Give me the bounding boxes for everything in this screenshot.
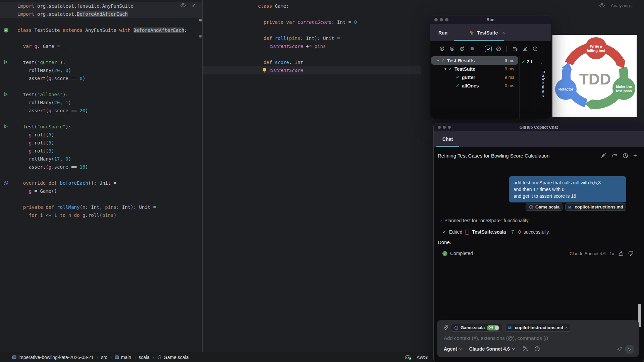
expander-icon[interactable]: ▾ [442, 67, 448, 71]
code-line: assert(g.score == 20) [0, 107, 202, 115]
pane-divider[interactable] [202, 0, 203, 352]
test-name: gutter [462, 75, 475, 80]
scalatest-icon [470, 30, 475, 35]
chat-input-placeholder[interactable]: Add context (#), extensions (@), command… [444, 335, 548, 341]
test-results-tree: ▾✓Test Results9 ms▾✓TestSuite9 ms✓gutter… [430, 56, 520, 119]
chat-window-titlebar[interactable]: GitHub Copilot Chat [434, 123, 644, 131]
close-tab-icon[interactable]: × [502, 30, 505, 36]
remove-chip-icon[interactable]: × [565, 325, 568, 330]
tab-performance[interactable]: Performance [541, 70, 546, 97]
breadcrumb-item[interactable]: scala [139, 355, 150, 360]
code-line: rollMany(17, 0) [0, 155, 202, 163]
response-meta: Claude Sonnet 4.6 · 1x [570, 251, 634, 256]
toolbar-separator [480, 46, 480, 52]
usage-gauge-icon[interactable] [534, 346, 540, 352]
tab-testsuite[interactable]: TestSuite × [470, 30, 505, 36]
code-line: g.roll(5) [0, 131, 202, 139]
move-up-icon[interactable]: ↑ [520, 117, 536, 119]
edited-file-name[interactable]: TestSuite.scala [472, 229, 506, 235]
breadcrumb-item[interactable]: main [115, 355, 131, 360]
send-button[interactable]: ▷ [625, 345, 634, 354]
plan-step-row[interactable]: › Planned test for "oneSpare" functional… [440, 218, 528, 223]
folder-icon [12, 355, 16, 359]
tab-chat[interactable]: Chat [442, 136, 453, 142]
chevron-down-icon [512, 348, 515, 350]
code-line: rollMany(20, 1) [0, 99, 202, 107]
agent-mode-dropdown[interactable]: Agent [444, 346, 457, 352]
copilot-status-icon[interactable] [405, 354, 412, 360]
chip-toggle[interactable]: ON [487, 325, 499, 330]
inspections-widget-left[interactable]: ✓ [180, 3, 196, 8]
test-passed-gutter-icon[interactable] [3, 27, 9, 33]
collapse-icon[interactable]: ‹ [541, 61, 543, 66]
code-line: class Game: [203, 2, 421, 10]
code-line [203, 10, 421, 18]
expander-icon[interactable]: ▾ [435, 58, 441, 63]
tab-run[interactable]: Run [438, 30, 447, 36]
sort-tests-icon[interactable] [512, 46, 518, 52]
editor-game[interactable]: class Game: private var currentScore: In… [203, 0, 421, 352]
model-dropdown[interactable]: Claude Sonnet 4.6 [469, 346, 510, 352]
thumbs-up-icon[interactable] [618, 251, 624, 256]
breadcrumb-item[interactable]: imperative-bowling-kata-2026-03-21 [12, 355, 94, 360]
new-chat-icon[interactable]: + [633, 153, 637, 159]
aws-status[interactable]: AWS: [417, 355, 428, 360]
code-line [203, 50, 421, 58]
test-tree-row-allones[interactable]: ✓allOnes0 ms [431, 81, 518, 90]
message-attachments: Game.scalaM↓copilot-instructions.md [526, 203, 626, 211]
eye-icon[interactable] [180, 3, 186, 8]
test-tree-row-testsuite[interactable]: ▾✓TestSuite9 ms [431, 65, 518, 73]
code-line: g = Game() [0, 187, 202, 195]
history-icon[interactable] [623, 153, 628, 159]
inspections-widget-right[interactable]: Analyzing... [599, 3, 633, 8]
copilot-chat-window: GitHub Copilot Chat Chat Refining Test C… [433, 123, 644, 362]
show-ignored-icon[interactable] [495, 46, 502, 52]
test-passed-icon: ✓ [456, 75, 462, 80]
override-gutter-icon[interactable] [3, 180, 9, 186]
test-history-icon[interactable] [532, 46, 538, 52]
paperclip-icon[interactable] [443, 325, 448, 330]
context-chip-game-scala[interactable]: Game.scala [526, 203, 562, 211]
thumbs-down-icon[interactable] [628, 251, 634, 256]
chevron-right-icon[interactable]: › [440, 218, 442, 223]
testsuite-file-icon [465, 230, 469, 235]
code-line: g.roll(5) [0, 139, 202, 147]
breadcrumb-item[interactable]: Game.scala [157, 355, 189, 360]
rerun-tests-icon[interactable] [438, 46, 445, 52]
rerun-failed-tests-icon[interactable] [448, 46, 455, 52]
code-line: var g: Game = _ [0, 42, 202, 50]
eye-icon[interactable] [599, 3, 605, 8]
test-name: Test Results [447, 58, 475, 63]
editor-testsuite[interactable]: import org.scalatest.funsuite.AnyFunSuit… [0, 0, 202, 352]
run-test-gutter-icon[interactable] [3, 124, 8, 129]
pane-divider-2[interactable] [421, 0, 421, 352]
chat-input-box[interactable]: Game.scalaONM↓copilot-instructions.md× A… [437, 320, 639, 357]
import-test-results-icon[interactable] [522, 46, 528, 52]
edit-thread-icon[interactable] [601, 153, 606, 159]
context-chip-game-scala[interactable]: Game.scalaON [451, 324, 502, 331]
stop-icon[interactable] [469, 46, 475, 52]
active-tab-underline [454, 40, 504, 41]
code-line [0, 171, 202, 179]
run-test-gutter-icon[interactable] [3, 60, 8, 64]
run-window-titlebar[interactable]: Run [430, 15, 551, 24]
test-tree-row-gutter[interactable]: ✓gutter9 ms [431, 73, 518, 81]
breadcrumb: imperative-bowling-kata-2026-03-21›src›m… [12, 355, 189, 360]
context-chip-copilot-instructions-md[interactable]: M↓copilot-instructions.md× [505, 324, 571, 331]
redo-icon[interactable] [611, 153, 618, 159]
test-tree-row-test-results[interactable]: ▾✓Test Results9 ms [431, 56, 518, 65]
tdd-label-right-1: Make the [616, 84, 632, 88]
code-line: test("oneSpare"): [0, 123, 202, 131]
breadcrumb-item[interactable]: src [101, 355, 107, 360]
no-problems-icon[interactable]: ✓ [192, 3, 196, 8]
background-send-icon[interactable] [617, 347, 623, 352]
run-toolbar [430, 41, 551, 56]
chip-label: copilot-instructions.md [515, 325, 563, 330]
run-side-toolbar: ↑ ↓ › [520, 56, 536, 119]
rerun-auto-icon[interactable] [459, 46, 465, 52]
tools-icon[interactable] [523, 346, 528, 352]
run-test-gutter-icon[interactable] [3, 92, 8, 97]
context-chip-copilot-instructions-md[interactable]: M↓copilot-instructions.md [565, 203, 626, 211]
code-line: assert(g.score == 0) [0, 74, 202, 82]
show-passed-icon[interactable] [485, 46, 492, 52]
